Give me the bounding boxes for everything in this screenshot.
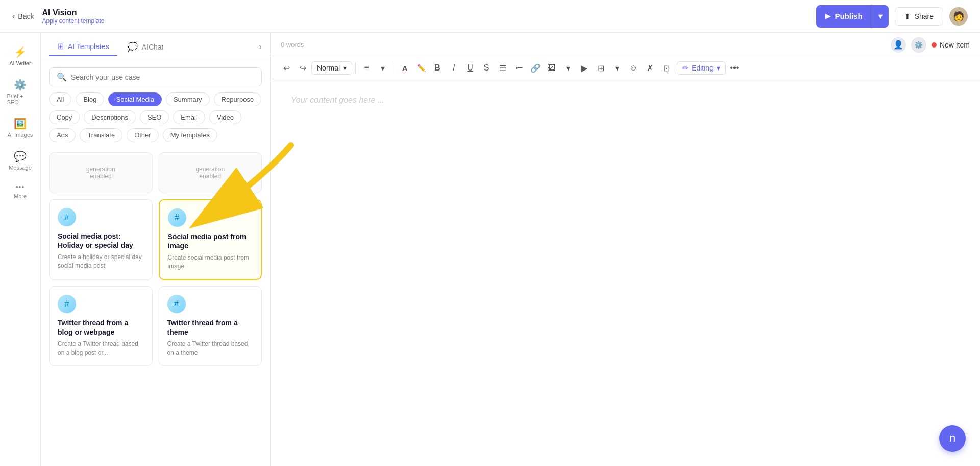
template-title-social-holiday: Social media post: Holiday or special da… <box>58 231 144 250</box>
play-button[interactable]: ▶ <box>577 60 592 76</box>
filter-tags: All Blog Social Media Summary Repurpose … <box>41 92 270 148</box>
tag-video[interactable]: Video <box>209 110 241 124</box>
sidebar-item-brief-seo[interactable]: ⚙️ Brief + SEO <box>3 74 38 110</box>
toolbar-sep-1 <box>355 62 356 74</box>
tag-translate[interactable]: Translate <box>80 128 122 142</box>
template-card-social-from-image[interactable]: # Social media post from image Create so… <box>159 199 262 280</box>
share-button[interactable]: ⬆ Share <box>895 7 943 26</box>
table-button[interactable]: ⊞ <box>593 60 608 76</box>
tag-my-templates[interactable]: My templates <box>163 128 217 142</box>
editing-mode-button[interactable]: ✏ Editing ▾ <box>677 61 726 75</box>
sidebar-item-ai-images[interactable]: 🖼️ AI Images <box>3 112 38 143</box>
publish-main: ▶ Publish <box>816 7 871 26</box>
header-left: ‹ Back AI Vision Apply content template <box>12 8 105 25</box>
italic-button[interactable]: I <box>446 60 461 76</box>
editing-chevron-icon: ▾ <box>717 64 720 72</box>
emoji-button[interactable]: ☺ <box>626 60 641 76</box>
editor-placeholder: Your content goes here ... <box>291 96 384 104</box>
editor-area: 0 words 👤 ⚙️ New Item ↩ ↪ Normal ▾ <box>271 33 980 466</box>
generation-label-1: generationenabled <box>86 166 115 180</box>
chevron-down-icon: ▾ <box>343 64 347 72</box>
tab-ai-chat-label: AIChat <box>142 43 164 51</box>
template-desc-twitter-blog: Create a Twitter thread based on a blog … <box>58 340 144 357</box>
sidebar-label-message: Message <box>9 165 32 171</box>
tag-summary[interactable]: Summary <box>166 92 210 106</box>
tag-descriptions[interactable]: Descriptions <box>84 110 136 124</box>
editor-content[interactable]: Your content goes here ... <box>271 79 980 466</box>
tag-copy[interactable]: Copy <box>49 110 80 124</box>
red-dot-icon <box>932 42 937 48</box>
highlight-icon: ✏️ <box>417 64 426 72</box>
word-count: 0 words <box>281 41 304 49</box>
align-dropdown-button[interactable]: ▾ <box>375 60 390 76</box>
editor-top-bar: 0 words 👤 ⚙️ New Item <box>271 33 980 57</box>
search-box: 🔍 <box>49 67 262 86</box>
template-desc-social-holiday: Create a holiday or special day social m… <box>58 253 144 270</box>
sidebar-item-more[interactable]: ••• More <box>3 178 38 204</box>
editor-actions: 👤 ⚙️ New Item <box>891 37 970 53</box>
tag-all[interactable]: All <box>49 92 71 106</box>
tab-ai-templates[interactable]: ⊞ AI Templates <box>49 37 117 56</box>
tag-seo[interactable]: SEO <box>140 110 169 124</box>
sidebar-item-ai-writer[interactable]: ⚡ AI Writer <box>3 41 38 72</box>
chat-bubble[interactable]: n <box>939 425 966 452</box>
publish-button[interactable]: ▶ Publish ▾ <box>816 5 888 28</box>
templates-grid: generationenabled generationenabled # So… <box>49 152 262 366</box>
text-color-button[interactable]: A <box>397 60 412 76</box>
publish-dropdown-icon[interactable]: ▾ <box>872 7 889 26</box>
editor-avatar[interactable]: 👤 <box>891 37 906 53</box>
sidebar-label-more: More <box>14 193 27 199</box>
link-button[interactable]: 🔗 <box>528 60 543 76</box>
undo-button[interactable]: ↩ <box>279 60 294 76</box>
template-icon-twitter-blog: # <box>58 295 76 313</box>
new-item-button[interactable]: New Item <box>932 41 970 49</box>
header: ‹ Back AI Vision Apply content template … <box>0 0 980 33</box>
page-title: AI Vision <box>42 8 104 17</box>
style-label: Normal <box>317 64 340 72</box>
highlight-button[interactable]: ✏️ <box>413 60 429 76</box>
tag-social-media[interactable]: Social Media <box>108 92 161 106</box>
template-card-social-holiday[interactable]: # Social media post: Holiday or special … <box>49 199 153 280</box>
strikethrough-button[interactable]: S <box>479 60 494 76</box>
image-button[interactable]: 🖼 <box>544 60 559 76</box>
avatar[interactable]: 🧑 <box>949 7 968 26</box>
special-char-button[interactable]: ✗ <box>642 60 657 76</box>
indent-button[interactable]: ⊡ <box>658 60 674 76</box>
bold-button[interactable]: B <box>430 60 445 76</box>
more-options-button[interactable]: ••• <box>727 60 742 76</box>
back-icon: ‹ <box>12 12 15 21</box>
align-button[interactable]: ≡ <box>359 60 374 76</box>
search-input[interactable] <box>71 73 254 81</box>
style-select[interactable]: Normal ▾ <box>311 61 352 75</box>
tag-repurpose[interactable]: Repurpose <box>214 92 262 106</box>
image-dropdown-button[interactable]: ▾ <box>560 60 576 76</box>
sidebar-label-brief-seo: Brief + SEO <box>7 93 34 105</box>
tag-other[interactable]: Other <box>127 128 159 142</box>
new-item-label: New Item <box>940 41 970 49</box>
tag-ads[interactable]: Ads <box>49 128 76 142</box>
publish-play-icon: ▶ <box>825 12 830 20</box>
editor-toolbar: ↩ ↪ Normal ▾ ≡ ▾ A ✏️ B I U S <box>271 57 980 79</box>
sidebar-item-message[interactable]: 💬 Message <box>3 145 38 176</box>
template-card-twitter-theme[interactable]: # Twitter thread from a theme Create a T… <box>159 286 262 366</box>
ordered-list-button[interactable]: ≔ <box>511 60 527 76</box>
tab-ai-chat[interactable]: 💭 AIChat <box>119 38 172 56</box>
template-title-social-from-image: Social media post from image <box>168 232 253 250</box>
text-color-icon: A <box>402 64 408 73</box>
icon-sidebar: ⚡ AI Writer ⚙️ Brief + SEO 🖼️ AI Images … <box>0 33 41 466</box>
panel-collapse-button[interactable]: › <box>259 41 262 52</box>
redo-button[interactable]: ↪ <box>295 60 310 76</box>
sidebar-label-ai-images: AI Images <box>8 132 33 138</box>
underline-button[interactable]: U <box>462 60 478 76</box>
tag-blog[interactable]: Blog <box>76 92 104 106</box>
editor-with-arrow: 0 words 👤 ⚙️ New Item ↩ ↪ Normal ▾ <box>271 33 980 466</box>
back-button[interactable]: ‹ Back <box>12 12 34 21</box>
template-icon-social-holiday: # <box>58 208 76 226</box>
pencil-icon: ✏ <box>682 64 689 72</box>
bullet-list-button[interactable]: ☰ <box>495 60 510 76</box>
table-dropdown-button[interactable]: ▾ <box>609 60 625 76</box>
share-upload-icon: ⬆ <box>904 12 911 20</box>
tag-email[interactable]: Email <box>173 110 205 124</box>
editor-gear[interactable]: ⚙️ <box>911 37 926 53</box>
template-card-twitter-blog[interactable]: # Twitter thread from a blog or webpage … <box>49 286 153 366</box>
